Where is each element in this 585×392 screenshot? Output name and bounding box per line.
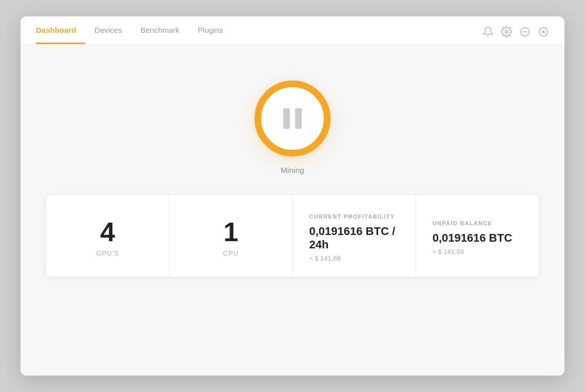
stats-row: 4 GPU'S 1 CPU CURRENT PROFITABILITY 0,01… bbox=[46, 195, 539, 277]
tab-benchmark[interactable]: Benchmark bbox=[131, 26, 189, 44]
balance-usd: ≈ $ 141,69 bbox=[433, 248, 464, 256]
tab-plugins[interactable]: Plugins bbox=[189, 26, 232, 44]
balance-value: 0,0191616 BTC bbox=[433, 231, 512, 245]
pause-bar-left bbox=[283, 108, 290, 129]
cpu-label: CPU bbox=[223, 249, 239, 257]
main-content: Mining 4 GPU'S 1 CPU CURRENT PROFITABILI… bbox=[21, 45, 564, 376]
stat-cpu: 1 CPU bbox=[169, 195, 292, 277]
bell-icon bbox=[482, 26, 494, 37]
minimize-icon bbox=[519, 26, 531, 37]
gpu-label: GPU'S bbox=[96, 249, 119, 257]
minimize-button[interactable] bbox=[519, 26, 531, 37]
stat-gpu: 4 GPU'S bbox=[46, 195, 169, 277]
svg-point-0 bbox=[505, 30, 508, 33]
mining-button-wrap: Mining bbox=[255, 81, 330, 174]
close-button[interactable] bbox=[538, 26, 549, 37]
stat-profitability: CURRENT PROFITABILITY 0,0191616 BTC / 24… bbox=[293, 195, 416, 277]
window-controls bbox=[482, 26, 549, 44]
settings-button[interactable] bbox=[501, 26, 512, 37]
close-icon bbox=[538, 26, 549, 37]
mining-label: Mining bbox=[281, 166, 304, 174]
titlebar: Dashboard Devices Benchmark Plugins bbox=[21, 16, 564, 45]
app-window: Dashboard Devices Benchmark Plugins bbox=[21, 16, 564, 376]
mining-toggle-button[interactable] bbox=[255, 81, 330, 156]
pause-bar-right bbox=[295, 108, 302, 129]
pause-icon bbox=[283, 108, 302, 129]
tab-dashboard[interactable]: Dashboard bbox=[36, 26, 85, 44]
profitability-usd: ≈ $ 141,69 bbox=[309, 254, 341, 262]
cpu-count: 1 bbox=[223, 219, 238, 245]
profitability-value: 0,0191616 BTC / 24h bbox=[309, 225, 399, 251]
gear-icon bbox=[501, 26, 512, 37]
nav-tabs: Dashboard Devices Benchmark Plugins bbox=[36, 26, 232, 44]
stat-balance: UNPAID BALANCE 0,0191616 BTC ≈ $ 141,69 bbox=[416, 195, 539, 277]
profitability-title: CURRENT PROFITABILITY bbox=[309, 213, 395, 220]
tab-devices[interactable]: Devices bbox=[85, 26, 131, 44]
gpu-count: 4 bbox=[100, 219, 115, 245]
notification-button[interactable] bbox=[482, 26, 494, 37]
balance-title: UNPAID BALANCE bbox=[433, 220, 493, 226]
